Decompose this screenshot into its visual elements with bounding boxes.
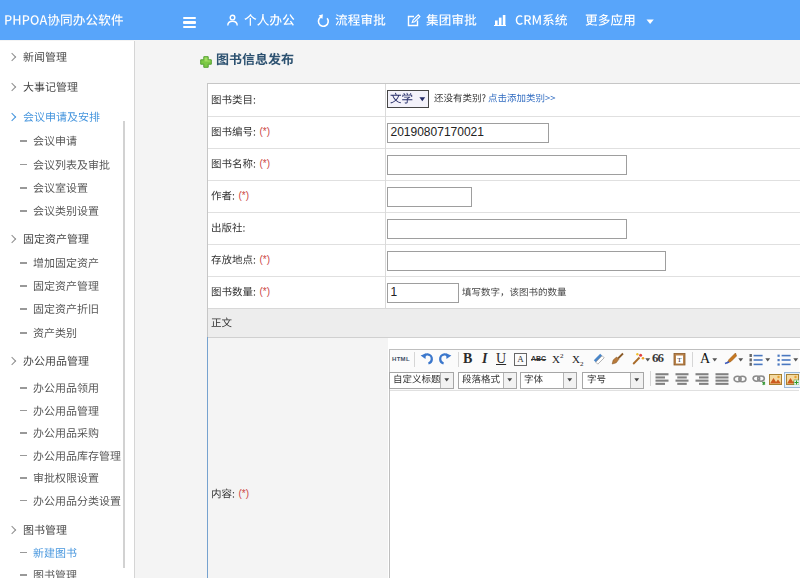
svg-text:T: T (677, 356, 682, 364)
